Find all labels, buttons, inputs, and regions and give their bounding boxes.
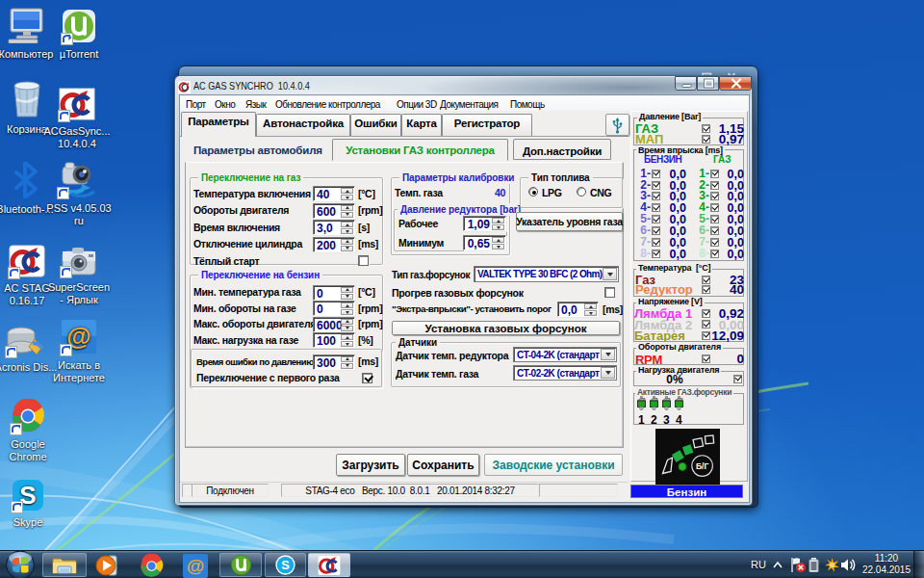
svg-text:@: @: [187, 556, 205, 576]
svg-text:Б/Г: Б/Г: [696, 461, 708, 471]
svg-text:S: S: [281, 558, 290, 572]
